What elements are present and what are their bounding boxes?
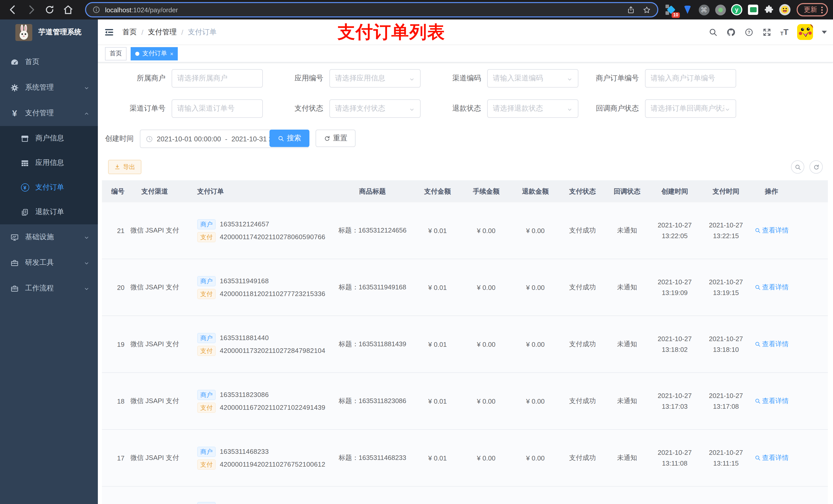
- sidebar: 芋道管理系统 首页系统管理¥支付管理商户信息应用信息¥支付订单退款订单基础设施研…: [0, 20, 98, 504]
- chevron-down-icon: [84, 260, 90, 266]
- extension-balloon-icon[interactable]: [682, 4, 693, 15]
- merchant-tag: 商户: [197, 389, 216, 400]
- gauge-icon: [10, 57, 19, 66]
- extension-chat-icon[interactable]: [747, 4, 759, 15]
- sidebar-item-app-info[interactable]: 应用信息: [0, 150, 98, 175]
- tag-view-item[interactable]: 首页: [105, 47, 126, 60]
- search-button[interactable]: 搜索: [269, 129, 309, 147]
- filter-item: 商户订单编号请输入商户订单编号: [578, 69, 736, 88]
- merchant-tag: 商户: [197, 502, 216, 504]
- sidebar-item-system[interactable]: 系统管理: [0, 75, 98, 100]
- view-detail-link[interactable]: 查看详情: [754, 453, 789, 462]
- filter-label: 所属商户: [105, 74, 172, 83]
- tag-label: 首页: [110, 49, 122, 58]
- url-text[interactable]: localhost:1024/pay/order: [105, 6, 619, 14]
- navbar-actions: ? TT: [709, 24, 827, 40]
- sidebar-item-label: 基础设施: [25, 233, 84, 242]
- browser-forward-icon[interactable]: [26, 4, 37, 15]
- breadcrumb-item[interactable]: 首页: [122, 27, 137, 37]
- user-avatar[interactable]: [797, 24, 813, 40]
- font-size-icon[interactable]: TT: [780, 28, 788, 36]
- app-title: 芋道管理系统: [39, 28, 81, 37]
- table-row: 21微信 JSAPI 支付商户1635312124657支付4200001174…: [102, 202, 828, 259]
- cell-status: 支付成功: [560, 453, 605, 462]
- filter-item: 渠道编码请输入渠道编码: [421, 69, 578, 88]
- github-icon[interactable]: [727, 27, 736, 37]
- sidebar-item-label: 商户信息: [35, 134, 90, 143]
- filter-form: 所属商户请选择所属商户应用编号请选择应用信息渠道编码请输入渠道编码商户订单编号请…: [98, 63, 833, 148]
- refresh-table-icon[interactable]: [809, 160, 823, 174]
- reset-button[interactable]: 重置: [315, 129, 356, 147]
- channel-code-select[interactable]: 请输入渠道编码: [487, 69, 578, 88]
- site-info-icon[interactable]: [92, 6, 100, 14]
- filter-label: 创建时间: [105, 134, 140, 143]
- cell-pay-order: 商户1635312124657支付42000011742021102780605…: [185, 217, 331, 244]
- sidebar-item-dev-tools[interactable]: 研发工具: [0, 250, 98, 275]
- pay-tag: 支付: [197, 289, 216, 299]
- cell-amount: ¥ 0.01: [413, 340, 461, 348]
- sidebar-item-label: 退款订单: [35, 208, 90, 217]
- export-button[interactable]: 导出: [108, 160, 141, 174]
- view-detail-link[interactable]: 查看详情: [754, 226, 789, 235]
- address-bar[interactable]: localhost:1024/pay/order: [85, 2, 658, 18]
- cell-create-time: 2021-10-2713:18:02: [649, 333, 700, 355]
- extensions-puzzle-icon[interactable]: [764, 5, 774, 15]
- bookmark-star-icon[interactable]: [642, 5, 651, 14]
- tag-close-icon[interactable]: ×: [170, 50, 173, 56]
- cell-pay-order: 商户1635311949168支付42000011812021102777232…: [185, 274, 331, 301]
- chevron-down-icon: [84, 234, 90, 240]
- extension-command-icon[interactable]: ⌘: [698, 4, 710, 15]
- search-icon[interactable]: [709, 27, 718, 37]
- app-logo-row[interactable]: 芋道管理系统: [0, 20, 98, 45]
- browser-menu-icon[interactable]: [821, 6, 823, 13]
- view-detail-link[interactable]: 查看详情: [754, 283, 789, 292]
- download-icon: [114, 164, 120, 170]
- sidebar-toggle-icon[interactable]: [104, 27, 114, 37]
- sidebar-item-merchant-info[interactable]: 商户信息: [0, 126, 98, 150]
- app-select[interactable]: 请选择应用信息: [329, 69, 421, 88]
- sidebar-item-infrastructure[interactable]: 基础设施: [0, 224, 98, 250]
- share-icon[interactable]: [626, 5, 635, 14]
- browser-back-icon[interactable]: [7, 4, 19, 15]
- sidebar-item-refund-order[interactable]: 退款订单: [0, 200, 98, 224]
- help-icon[interactable]: ?: [744, 27, 754, 37]
- sidebar-item-payment[interactable]: ¥支付管理: [0, 100, 98, 126]
- tag-view-active[interactable]: 支付订单×: [130, 47, 178, 60]
- browser-reload-icon[interactable]: [44, 4, 55, 15]
- sidebar-item-home[interactable]: 首页: [0, 49, 98, 75]
- merchant-order-no: 1635311881440: [220, 334, 269, 342]
- profile-emoji-icon[interactable]: [779, 4, 790, 15]
- merchant-select[interactable]: 请选择所属商户: [172, 69, 263, 88]
- channel-order-input[interactable]: 请输入渠道订单号: [172, 99, 263, 118]
- toggle-search-icon[interactable]: [791, 160, 804, 174]
- fullscreen-icon[interactable]: [762, 27, 771, 37]
- cell-create-time: 2021-10-2713:11:08: [649, 447, 700, 469]
- extension-diamond-icon[interactable]: 10: [665, 4, 677, 15]
- cell-id: 21: [102, 226, 124, 234]
- refund-status-select[interactable]: 请选择退款状态: [487, 99, 578, 118]
- breadcrumb-item[interactable]: 支付管理: [148, 27, 177, 37]
- table-header-order: 支付订单: [185, 187, 331, 196]
- notify-status-select[interactable]: 请选择订单回调商户状态: [645, 99, 736, 118]
- sidebar-item-pay-order[interactable]: ¥支付订单: [0, 175, 98, 200]
- browser-update-button[interactable]: 更新: [796, 3, 828, 16]
- filter-item: 渠道订单号请输入渠道订单号: [105, 99, 263, 118]
- extension-record-icon[interactable]: [715, 4, 726, 15]
- sidebar-item-workflow[interactable]: 工作流程: [0, 275, 98, 301]
- cell-action: 查看详情: [752, 226, 791, 235]
- breadcrumb-item[interactable]: 支付订单: [188, 27, 217, 37]
- view-detail-link[interactable]: 查看详情: [754, 397, 789, 406]
- browser-home-icon[interactable]: [63, 4, 74, 15]
- pay-status-select[interactable]: 请选择支付状态: [329, 99, 421, 118]
- avatar-caret-icon[interactable]: [822, 30, 827, 36]
- extension-y-icon[interactable]: y: [731, 4, 742, 15]
- placeholder-text: 请选择退款状态: [493, 104, 567, 113]
- select-arrow-icon: [724, 105, 731, 112]
- search-icon: [278, 135, 284, 142]
- view-detail-link[interactable]: 查看详情: [754, 340, 789, 349]
- merchant-order-input[interactable]: 请输入商户订单编号: [645, 69, 736, 88]
- filter-row-date: 创建时间2021-10-01 00:00:00-2021-10-31 23:59…: [105, 129, 833, 148]
- cell-status: 支付成功: [560, 397, 605, 406]
- cell-channel: 微信 JSAPI 支付: [124, 453, 185, 462]
- filter-label: 退款状态: [421, 104, 487, 113]
